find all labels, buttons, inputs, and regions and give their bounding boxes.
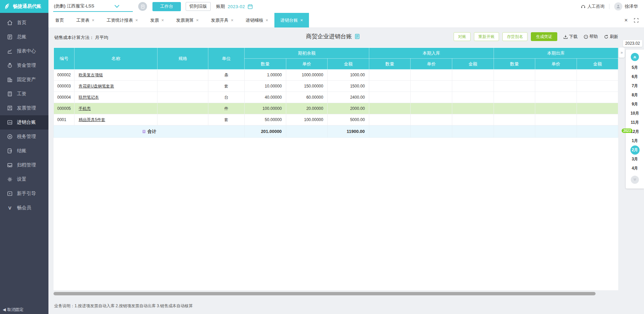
tab-invoice-issue[interactable]: 发票开具× [205, 13, 240, 27]
fullscreen-icon[interactable] [634, 18, 639, 23]
tab-purchase-sale-audit[interactable]: 进销稽核× [240, 13, 274, 27]
month-item[interactable]: 9月 [626, 100, 644, 109]
item-name-link[interactable]: 手机壳 [79, 106, 91, 111]
sidebar-item-home[interactable]: 首页 [0, 16, 48, 30]
horizontal-scrollbar[interactable] [54, 292, 596, 295]
sidebar-nav: 首页总账报表中心¥资金管理固定资产工资发票管理进销台账税务管理结账归档管理设置新… [0, 13, 48, 314]
month-item[interactable]: 3月 [626, 155, 644, 164]
month-item[interactable]: 11月 [626, 118, 644, 127]
tab-salary-report[interactable]: 工资统计报表× [101, 13, 144, 27]
help-button[interactable]: ? 帮助 [584, 34, 598, 40]
table-row[interactable]: 000004联想笔记本台40.0000060.000002400.00 [54, 92, 618, 103]
close-all-tabs-icon[interactable]: × [624, 17, 628, 24]
group-period-inbound: 本期入库 [369, 48, 494, 59]
total-label: 合计 [148, 129, 157, 134]
tab-home[interactable]: 首页 [49, 13, 70, 27]
inventory-alias-button[interactable]: 存货别名 [502, 32, 527, 41]
svg-text:¥: ¥ [9, 64, 11, 67]
month-item[interactable]: 8月 [626, 91, 644, 100]
sidebar-item-guide[interactable]: 新手引导 [0, 187, 48, 201]
sidebar-item-archive[interactable]: 归档管理 [0, 158, 48, 172]
unpin-sidebar-button[interactable]: ◀ 取消固定 [0, 305, 48, 314]
table-row[interactable]: 000002欧美复古项链条1.000001000.000001000.00 [54, 70, 618, 81]
tab-invoice[interactable]: 发票× [144, 13, 170, 27]
month-item[interactable]: 6月 [626, 72, 644, 81]
form-circle-button[interactable] [138, 2, 147, 11]
scroll-months-up-button[interactable] [631, 53, 639, 61]
cell-inbound [369, 114, 411, 125]
sidebar-item-invoice[interactable]: 发票管理 [0, 101, 48, 115]
title-doc-icon[interactable] [354, 34, 360, 39]
close-tab-icon[interactable]: × [136, 18, 138, 23]
workbench-button[interactable]: 工作台 [152, 2, 181, 11]
refresh-button[interactable]: 刷新 [604, 34, 618, 40]
sidebar-item-label: 工资 [17, 91, 26, 97]
sidebar-item-tax[interactable]: 税务管理 [0, 130, 48, 144]
sidebar-item-funds[interactable]: ¥资金管理 [0, 58, 48, 73]
support-button[interactable]: 人工咨询 [581, 4, 604, 9]
sidebar-item-label: 总账 [17, 34, 26, 40]
month-item[interactable]: 10月 [626, 109, 644, 118]
company-selector[interactable]: (勿删) 江西服宝-LSS [53, 1, 133, 12]
sidebar-item-settings[interactable]: 设置 [0, 172, 48, 187]
item-name-link[interactable]: 联想笔记本 [79, 95, 99, 100]
sidebar-item-general-ledger[interactable]: 总账 [0, 30, 48, 44]
table-row[interactable]: 000005手机壳件100.0000020.000002000.00 [54, 103, 618, 114]
close-tab-icon[interactable]: × [231, 18, 233, 23]
close-tab-icon[interactable]: × [196, 18, 199, 23]
col-amount: 金额 [328, 59, 369, 70]
reconcile-button[interactable]: 对账 [454, 32, 471, 41]
close-tab-icon[interactable]: × [92, 18, 95, 23]
tab-label: 发票 [150, 17, 159, 23]
item-name-link[interactable]: 青花瓷U盘钢笔套装 [79, 84, 114, 89]
month-item[interactable]: 2月 [626, 145, 644, 155]
user-menu[interactable]: 徐泽华 [614, 2, 638, 11]
scroll-months-down-button[interactable] [631, 176, 639, 184]
month-item[interactable]: 7月 [626, 81, 644, 91]
sidebar-item-label: 设置 [17, 176, 26, 182]
sidebar-item-fixed-assets[interactable]: 固定资产 [0, 73, 48, 87]
sidebar-item-inventory-ledger[interactable]: 进销台账 [0, 115, 48, 130]
item-name-link[interactable]: 精品茶具5件套 [79, 117, 105, 122]
cell-beginning: 1.00000 [245, 70, 286, 81]
sidebar: 畅捷通易代账 首页总账报表中心¥资金管理固定资产工资发票管理进销台账税务管理结账… [0, 0, 48, 314]
reopen-account-button[interactable]: 重新开账 [474, 32, 499, 41]
item-name-link[interactable]: 欧美复古项链 [79, 73, 103, 77]
headset-icon [581, 4, 586, 9]
period-value[interactable]: 2023-02 [228, 4, 245, 9]
sidebar-item-report-center[interactable]: 报表中心 [0, 44, 48, 58]
cell-outbound [535, 92, 577, 103]
switch-old-version-button[interactable]: 切到旧版 [186, 2, 211, 11]
sidebar-item-label: 报表中心 [17, 48, 36, 54]
divider [609, 4, 609, 9]
month-item[interactable]: 1月 [626, 136, 644, 145]
close-tab-icon[interactable]: × [300, 18, 303, 23]
tab-label: 发票开具 [211, 17, 228, 23]
tab-salary-sheet[interactable]: 工资表× [70, 13, 101, 27]
tab-label: 进销稽核 [246, 17, 263, 23]
sidebar-item-member[interactable]: V畅会员 [0, 201, 48, 215]
cell-outbound [494, 92, 535, 103]
sidebar-item-closing[interactable]: 结账 [0, 144, 48, 158]
tab-invoice-calc[interactable]: 发票测算× [170, 13, 205, 27]
help-icon: ? [584, 35, 588, 39]
close-tab-icon[interactable]: × [161, 18, 164, 23]
sum-icon [142, 130, 146, 135]
sidebar-item-salary[interactable]: 工资 [0, 87, 48, 101]
expand-columns-toggle[interactable]: » [619, 47, 625, 58]
download-label: 下载 [569, 34, 578, 40]
cell-beginning: 100.00000 [286, 114, 328, 125]
calendar-icon[interactable] [248, 4, 253, 9]
cell-spec [158, 92, 208, 103]
tab-purchase-sale-ledger[interactable]: 进销台账× [274, 13, 309, 27]
generate-voucher-button[interactable]: 生成凭证 [531, 32, 557, 41]
month-label: 8月 [630, 91, 640, 100]
table-row[interactable]: 0001精品茶具5件套套50.00000100.000005000.00 [54, 114, 618, 125]
col-amount: 金额 [452, 59, 494, 70]
month-item[interactable]: 4月 [626, 164, 644, 173]
table-row[interactable]: 000003青花瓷U盘钢笔套装套10.00000150.000001500.00 [54, 81, 618, 92]
collapse-left-icon: ◀ [3, 307, 6, 312]
month-item[interactable]: 5月 [626, 63, 644, 72]
download-button[interactable]: 下载 [563, 34, 578, 40]
close-tab-icon[interactable]: × [266, 18, 268, 23]
